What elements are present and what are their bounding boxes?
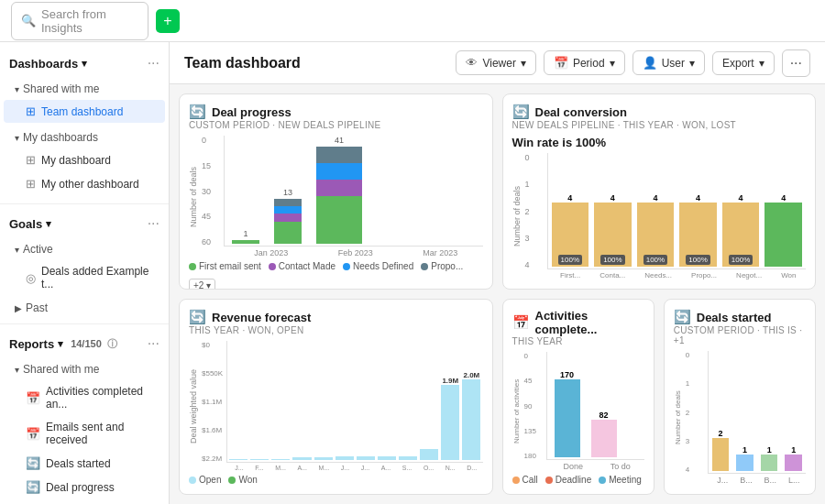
legend-needs-defined: Needs Defined [343,261,413,271]
deals-started-title: Deals started [697,311,772,324]
bar-feb: 13 [274,188,302,244]
dashboards-title: Dashboards ▾ [9,57,87,71]
dashboards-section-header[interactable]: Dashboards ▾ ··· [0,49,169,77]
revenue-forecast-subtitle: THIS YEAR · WON, OPEN [189,325,311,335]
deal-progress-title: Deal progress [212,105,292,119]
revenue-forecast-title: Revenue forecast [212,311,311,324]
deals-started-y-label: Number of deals [674,351,682,485]
activities-chart-row: 180 135 90 45 0 170 [524,352,644,460]
deals-started-chart-row: 4 3 2 1 0 2 [686,351,806,474]
deal-conversion-title: Deal conversion [535,105,627,119]
dashboard-icon: ⊞ [26,104,36,118]
sidebar-item-report-2[interactable]: 🔄Deals started [4,452,165,475]
eye-icon: 👁 [466,56,478,70]
dashboards-menu-icon[interactable]: ··· [148,55,160,71]
goals-section-header[interactable]: Goals ▾ ··· [0,210,169,237]
activities-legend: Call Deadline Meeting [512,475,644,485]
export-button[interactable]: Export ▾ [712,51,775,75]
sidebar-item-report-3[interactable]: 🔄Deal progress [4,476,165,499]
win-rate-label: Win rate is 100% [512,136,807,149]
bar-jan: 1 [232,229,259,244]
chevron-down-icon: ▾ [689,57,695,70]
legend-contact-made: Contact Made [269,261,336,271]
report-icon: 🔄 [26,456,40,470]
past-label[interactable]: ▶ Past [0,298,169,318]
activities-x-axis: Done To do [524,462,644,471]
main-layout: Dashboards ▾ ··· ▾ Shared with me ⊞ Team… [0,42,825,504]
active-group: ▾ Active ◎ Deals added Example t... [0,237,169,298]
user-icon: 👤 [643,56,657,70]
goals-menu-icon[interactable]: ··· [148,215,160,232]
legend-first-email: First email sent [189,261,261,271]
deal-progress-icon: 🔄 [189,104,206,120]
search-input-label: Search from Insights [41,7,138,35]
deal-conversion-body: Win rate is 100% Number of deals 4 3 2 1… [512,136,807,279]
deal-progress-body: Number of deals 60 45 30 15 0 [189,136,483,290]
deals-started-header: 🔄 Deals started CUSTOM PERIOD · THIS IS … [674,309,806,349]
activities-title: Activities complete... [535,309,644,336]
deal-conversion-chart-row: 4 3 2 1 0 4 [525,153,807,269]
active-label[interactable]: ▾ Active [0,239,169,259]
content-area: Team dashboard 👁 Viewer ▾ 📅 Period ▾ 👤 U… [170,42,825,504]
deal-conversion-y-label: Number of deals [512,153,522,279]
ds-bar-b1: 1 [736,445,754,471]
activities-body: Number of activities 180 135 90 45 0 [512,352,644,485]
chevron-right-icon: ▶ [15,303,22,313]
reports-section-header[interactable]: Reports ▾ 14/150 ⓘ ··· [0,330,169,357]
revenue-bar-n: 1.9M [441,377,459,460]
revenue-x-axis: J... F... M... A... M... J... J... A... … [202,465,483,471]
search-box[interactable]: 🔍 Search from Insights [11,2,148,40]
sidebar-divider-2 [0,323,169,324]
sidebar-item-my-other-dashboard[interactable]: ⊞ My other dashboard [4,172,165,195]
dashboard-grid: 🔄 Deal progress CUSTOM PERIOD · NEW DEAL… [170,84,825,504]
revenue-bars: 1.9M 2.0M [226,341,482,463]
sidebar-item-my-dashboard[interactable]: ⊞ My dashboard [4,148,165,171]
deal-conversion-y-axis: 4 3 2 1 0 [525,153,547,269]
legend-call: Call [512,475,538,485]
sidebar-item-deals-added[interactable]: ◎ Deals added Example t... [4,260,165,295]
deal-progress-y-label: Number of deals [189,136,198,257]
page-title: Team dashboard [184,55,301,71]
deal-progress-card: 🔄 Deal progress CUSTOM PERIOD · NEW DEAL… [179,93,493,290]
deal-progress-header: 🔄 Deal progress CUSTOM PERIOD · NEW DEAL… [189,104,483,134]
sidebar: Dashboards ▾ ··· ▾ Shared with me ⊞ Team… [0,42,170,504]
conv-bar-2: 4 100% [594,193,632,267]
deals-started-icon: 🔄 [674,309,691,325]
sidebar-item-report-1[interactable]: 📅Emails sent and received [4,416,165,451]
period-button[interactable]: 📅 Period ▾ [544,50,625,75]
activities-bars: 170 82 [546,352,644,460]
bar-mar: 41 [316,136,362,244]
activities-icon: 📅 [512,314,530,331]
conv-bar-1: 4 100% [552,193,589,267]
sidebar-item-report-4[interactable]: 🔄Deal duration [4,499,165,504]
revenue-legend: Open Won [189,475,483,485]
goal-icon: ◎ [26,271,36,285]
deals-started-y-axis: 4 3 2 1 0 [686,351,708,474]
sidebar-item-team-dashboard[interactable]: ⊞ Team dashboard [4,100,165,123]
my-dashboards-label[interactable]: ▾ My dashboards [0,127,169,148]
legend-meeting: Meeting [599,475,642,485]
more-options-button[interactable]: ··· [782,49,810,77]
reports-menu-icon[interactable]: ··· [148,335,160,352]
deal-conversion-header: 🔄 Deal conversion NEW DEALS PIPELINE · T… [512,104,807,134]
user-button[interactable]: 👤 User ▾ [632,50,705,75]
legend-open: Open [189,475,221,485]
ds-bar-j: 2 [712,429,730,471]
shared-with-me-reports-label[interactable]: ▾ Shared with me [0,359,169,379]
add-button[interactable]: + [156,9,180,33]
legend-more-button[interactable]: +2 ▾ [189,279,215,290]
conv-bar-3: 4 100% [637,193,675,267]
header-actions: 👁 Viewer ▾ 📅 Period ▾ 👤 User ▾ Export ▾ [456,49,810,77]
bottom-right-cards: 📅 Activities complete... THIS YEAR Numbe… [502,299,817,495]
revenue-y-label: Deal weighted value [189,341,198,471]
deals-started-x-axis: J... B... B... L... [686,476,806,485]
shared-with-me-label[interactable]: ▾ Shared with me [0,79,169,99]
deal-conversion-card: 🔄 Deal conversion NEW DEALS PIPELINE · T… [502,93,817,290]
sidebar-item-report-0[interactable]: 📅Activities completed an... [4,380,165,415]
deals-started-card: 🔄 Deals started CUSTOM PERIOD · THIS IS … [664,299,816,495]
chevron-down-icon: ▾ [15,245,19,255]
revenue-forecast-body: Deal weighted value $2.2M $1.6M $1.1M $5… [189,341,483,485]
legend-propo: Propo... [421,261,463,271]
chevron-down-icon: ▾ [759,57,764,70]
viewer-button[interactable]: 👁 Viewer ▾ [456,50,535,75]
